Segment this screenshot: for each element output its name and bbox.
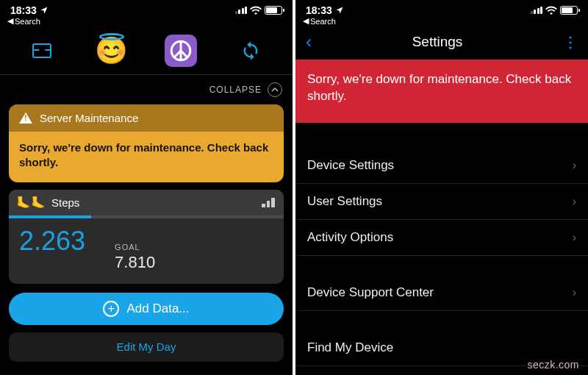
tab-face[interactable]: 😊	[96, 35, 128, 67]
row-device-support[interactable]: Device Support Center ›	[295, 275, 588, 311]
row-label: Device Support Center	[307, 285, 434, 300]
maintenance-banner: Sorry, we're down for maintenance. Check…	[295, 60, 588, 123]
collapse-toggle[interactable]: COLLAPSE	[0, 79, 293, 104]
nav-back-button[interactable]: ‹	[306, 32, 312, 52]
status-bar: 18:33	[295, 0, 588, 16]
status-bar: 18:33	[0, 0, 293, 16]
steps-body: 2.263 GOAL 7.810	[9, 218, 284, 284]
row-label: User Settings	[307, 194, 382, 209]
more-menu-button[interactable]: ⋮	[563, 33, 578, 51]
phone-left: 18:33 ◀ Search 😊	[0, 0, 293, 375]
footsteps-icon: 🦶🦶	[16, 196, 46, 210]
tab-sync[interactable]	[234, 35, 267, 67]
plus-icon: +	[103, 301, 119, 317]
divider	[0, 74, 293, 75]
status-time: 18:33	[10, 4, 37, 16]
steps-card[interactable]: 🦶🦶 Steps 2.263 GOAL 7.810	[9, 190, 284, 284]
tab-bar: 😊	[0, 29, 293, 74]
goal-label: GOAL	[115, 243, 155, 251]
settings-list: Device Settings › User Settings › Activi…	[295, 123, 588, 366]
status-time: 18:33	[306, 4, 332, 16]
page-title: Settings	[412, 34, 463, 50]
chevron-up-icon	[268, 82, 282, 97]
tab-peace[interactable]	[165, 35, 197, 67]
status-back-search[interactable]: ◀ Search	[295, 16, 588, 29]
maintenance-alert-card: Server Maintenance Sorry, we're down for…	[9, 104, 284, 182]
row-user-settings[interactable]: User Settings ›	[295, 184, 588, 220]
back-chevron-icon: ◀	[7, 16, 13, 26]
section-gap	[295, 311, 588, 330]
collapse-label: COLLAPSE	[209, 85, 262, 95]
bar-chart-icon[interactable]	[262, 197, 275, 207]
back-label: Search	[310, 17, 336, 26]
tab-inbox[interactable]	[26, 35, 58, 67]
wifi-icon	[545, 6, 557, 15]
phone-right: 18:33 ◀ Search ‹ Settings ⋮ Sorry, we're…	[295, 0, 588, 375]
location-icon	[335, 6, 344, 15]
add-data-label: Add Data...	[126, 301, 189, 316]
status-back-search[interactable]: ◀ Search	[0, 16, 293, 29]
edit-my-day-button[interactable]: Edit My Day	[9, 332, 284, 362]
signal-icon	[531, 7, 543, 14]
back-label: Search	[15, 17, 40, 26]
row-label: Device Settings	[307, 158, 394, 173]
signal-icon	[235, 7, 248, 14]
angel-face-icon: 😊	[95, 38, 128, 64]
alert-title: Server Maintenance	[40, 112, 138, 124]
steps-title: Steps	[51, 196, 79, 209]
wifi-icon	[250, 6, 262, 15]
chevron-right-icon: ›	[573, 159, 576, 172]
watermark: seczk.com	[527, 359, 579, 371]
edit-label: Edit My Day	[117, 340, 176, 353]
battery-icon	[265, 6, 282, 15]
row-label: Find My Device	[307, 340, 393, 355]
halo-icon	[99, 33, 124, 40]
chevron-right-icon: ›	[573, 286, 576, 299]
location-icon	[40, 6, 49, 15]
alert-message: Sorry, we're down for maintenance. Check…	[9, 132, 284, 182]
alert-header: Server Maintenance	[9, 104, 284, 132]
steps-header: 🦶🦶 Steps	[9, 190, 284, 215]
battery-icon	[560, 6, 578, 15]
row-device-settings[interactable]: Device Settings ›	[295, 148, 588, 184]
peace-icon	[170, 40, 192, 62]
nav-bar: ‹ Settings ⋮	[295, 29, 588, 60]
chevron-right-icon: ›	[573, 195, 576, 208]
sync-icon	[240, 40, 261, 61]
warning-icon	[19, 113, 32, 124]
goal-value: 7.810	[115, 253, 155, 272]
row-label: Activity Options	[307, 230, 393, 245]
section-gap	[295, 256, 588, 275]
chevron-right-icon: ›	[573, 231, 576, 244]
add-data-button[interactable]: + Add Data...	[9, 293, 284, 325]
inbox-icon	[32, 43, 51, 58]
row-activity-options[interactable]: Activity Options ›	[295, 220, 588, 256]
steps-value: 2.263	[19, 226, 85, 257]
back-chevron-icon: ◀	[303, 16, 309, 26]
